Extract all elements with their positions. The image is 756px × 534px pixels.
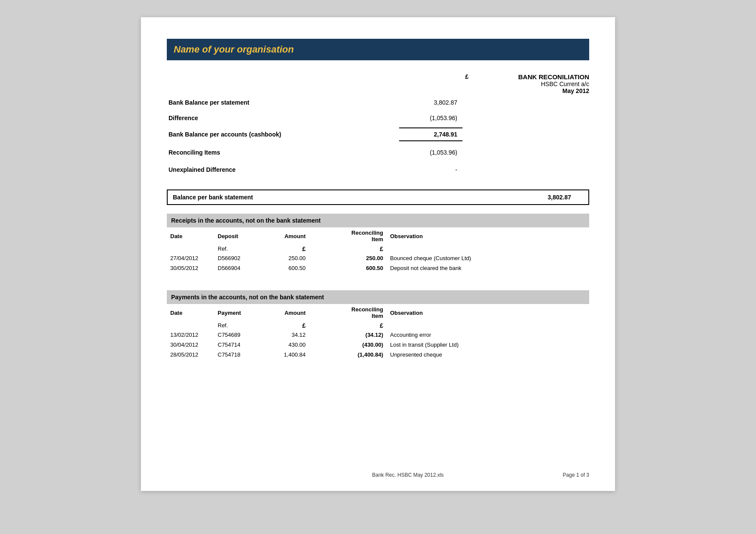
receipts-recon-header: Reconciling Item [335,227,387,245]
payment-ref-1: C754689 [214,330,257,340]
payments-table: Date Payment Amount Reconciling Item Obs… [167,304,589,360]
bank-recon-title: BANK RECONILIATION [494,73,589,81]
payment-recon-3: (1,400.84) [335,350,387,360]
receipt-date-2: 30/05/2012 [167,263,214,273]
receipts-table: Date Deposit Amount Reconciling Item Obs… [167,227,589,282]
receipt-recon-2: 600.50 [335,263,387,273]
payment-amount-3: 1,400.84 [257,350,309,360]
payment-ref-2: C754714 [214,340,257,350]
payments-section-header: Payments in the accounts, not on the ban… [167,290,589,304]
org-header: Name of your organisation [167,39,589,60]
payments-row-1: 13/02/2012 C754689 34.12 (34.12) Account… [167,330,589,340]
payments-sub-headers: Ref. £ £ [167,321,589,330]
receipts-pound-subheader: £ [257,245,309,253]
org-name: Name of your organisation [174,44,294,55]
payments-pound-subheader: £ [257,321,309,330]
receipts-row-1: 27/04/2012 D566902 250.00 250.00 Bounced… [167,253,589,263]
receipt-ref-2: D566904 [214,263,257,273]
payment-date-1: 13/02/2012 [167,330,214,340]
cashbook-value: 2,748.91 [399,128,462,141]
difference-label: Difference [167,112,399,124]
reconciling-label: Reconciling Items [167,146,399,158]
receipts-obs-header: Observation [387,227,589,245]
payment-amount-1: 34.12 [257,330,309,340]
payments-col-headers: Date Payment Amount Reconciling Item Obs… [167,304,589,321]
receipts-amount-header: Amount [257,227,309,245]
receipt-obs-1: Bounced cheque (Customer Ltd) [387,253,589,263]
receipts-section-header: Receipts in the accounts, not on the ban… [167,214,589,227]
receipts-deposit-header: Deposit [214,227,257,245]
payment-obs-1: Accounting error [387,330,589,340]
bank-balance-row: Bank Balance per statement 3,802.87 [167,96,589,109]
unexplained-label: Unexplained Difference [167,164,399,176]
footer: Bank Rec. HSBC May 2012.xls Page 1 of 3 [167,472,589,478]
payment-obs-3: Unpresented cheque [387,350,589,360]
receipts-sub-headers: Ref. £ £ [167,245,589,253]
bank-balance-label: Bank Balance per statement [167,96,399,109]
receipt-obs-2: Deposit not cleared the bank [387,263,589,273]
receipt-amount-2: 600.50 [257,263,309,273]
receipt-date-1: 27/04/2012 [167,253,214,263]
page: Name of your organisation £ BANK RECONIL… [141,17,615,491]
unexplained-row: Unexplained Difference - [167,164,589,176]
payments-row-2: 30/04/2012 C754714 430.00 (430.00) Lost … [167,340,589,350]
receipt-ref-1: D566902 [214,253,257,263]
balance-statement-value: 3,802.87 [399,194,583,201]
bank-recon-col-header: £ [382,73,469,80]
payment-amount-2: 430.00 [257,340,309,350]
payments-row-3: 28/05/2012 C754718 1,400.84 (1,400.84) U… [167,350,589,360]
payments-date-header: Date [167,304,214,321]
difference-row: Difference (1,053.96) [167,112,589,124]
receipts-date-header: Date [167,227,214,245]
payments-obs-header: Observation [387,304,589,321]
payments-ref-subheader: Ref. [214,321,257,330]
summary-table: Bank Balance per statement 3,802.87 Diff… [167,96,589,181]
payment-ref-3: C754718 [214,350,257,360]
balance-statement-box: Balance per bank statement 3,802.87 [167,189,589,205]
cashbook-row: Bank Balance per accounts (cashbook) 2,7… [167,128,589,141]
receipts-col-headers: Date Deposit Amount Reconciling Item Obs… [167,227,589,245]
payment-obs-2: Lost in transit (Supplier Ltd) [387,340,589,350]
receipt-recon-1: 250.00 [335,253,387,263]
reconciling-row: Reconciling Items (1,053.96) [167,146,589,158]
payments-amount-header: Amount [257,304,309,321]
bank-balance-value: 3,802.87 [399,96,462,109]
balance-statement-label: Balance per bank statement [173,194,399,201]
payment-date-2: 30/04/2012 [167,340,214,350]
cashbook-label: Bank Balance per accounts (cashbook) [167,128,399,141]
payment-recon-2: (430.00) [335,340,387,350]
receipts-row-2: 30/05/2012 D566904 600.50 600.50 Deposit… [167,263,589,273]
payments-recon-header: Reconciling Item [335,304,387,321]
footer-page: Page 1 of 3 [563,472,589,478]
bank-recon-account: HSBC Current a/c [494,81,589,87]
receipt-amount-1: 250.00 [257,253,309,263]
unexplained-value: - [399,164,462,176]
receipts-ref-subheader: Ref. [214,245,257,253]
reconciling-value: (1,053.96) [399,146,462,158]
payment-date-3: 28/05/2012 [167,350,214,360]
payments-recon-pound-subheader: £ [335,321,387,330]
receipts-recon-pound-subheader: £ [335,245,387,253]
payments-payment-header: Payment [214,304,257,321]
difference-value: (1,053.96) [399,112,462,124]
bank-recon-period: May 2012 [494,87,589,94]
footer-filename: Bank Rec. HSBC May 2012.xls [253,472,563,478]
payment-recon-1: (34.12) [335,330,387,340]
